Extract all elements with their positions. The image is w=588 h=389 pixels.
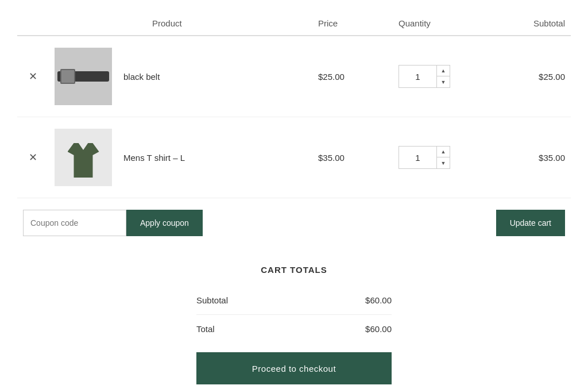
checkout-button[interactable]: Proceed to checkout [196,352,392,384]
update-cart-cell: Update cart [312,198,571,248]
quantity-control: 1 ▲ ▼ [399,146,450,169]
product-price: $25.00 [312,36,393,117]
quantity-up-button[interactable]: ▲ [437,65,450,76]
quantity-control: 1 ▲ ▼ [399,65,450,88]
total-row: Total $60.00 [196,315,392,343]
apply-coupon-button[interactable]: Apply coupon [126,210,203,236]
update-cart-button[interactable]: Update cart [496,210,565,236]
quantity-spinners: ▲ ▼ [436,146,450,169]
table-row: ✕black belt$25.00 1 ▲ ▼ $25.00 [17,36,571,117]
product-subtotal: $35.00 [496,117,571,198]
quantity-down-button[interactable]: ▼ [437,157,450,169]
quantity-up-button[interactable]: ▲ [437,146,450,157]
cart-totals-title: CART TOTALS [196,265,392,275]
col-subtotal-header: Subtotal [496,11,571,36]
col-price-header: Price [312,11,393,36]
quantity-spinners: ▲ ▼ [436,65,450,88]
product-name: black belt [118,36,312,117]
table-row: ✕Mens T shirt – L$35.00 1 ▲ ▼ $35.00 [17,117,571,198]
remove-item-button[interactable]: ✕ [23,70,43,83]
total-value: $60.00 [365,324,392,334]
quantity-value: 1 [399,153,436,163]
col-image-header [49,11,118,36]
total-label: Total [196,324,215,334]
product-image [55,48,112,105]
quantity-down-button[interactable]: ▼ [437,76,450,88]
coupon-input[interactable] [23,210,126,236]
quantity-value: 1 [399,72,436,82]
remove-item-button[interactable]: ✕ [23,151,43,164]
product-price: $35.00 [312,117,393,198]
coupon-cell: Apply coupon [17,198,312,248]
col-quantity-header: Quantity [393,11,496,36]
subtotal-row: Subtotal $60.00 [196,286,392,315]
product-subtotal: $25.00 [496,36,571,117]
product-image [55,129,112,186]
product-name: Mens T shirt – L [118,117,312,198]
col-product-header: Product [118,11,312,36]
subtotal-label: Subtotal [196,295,228,305]
subtotal-value: $60.00 [365,295,392,305]
col-remove-header [17,11,49,36]
